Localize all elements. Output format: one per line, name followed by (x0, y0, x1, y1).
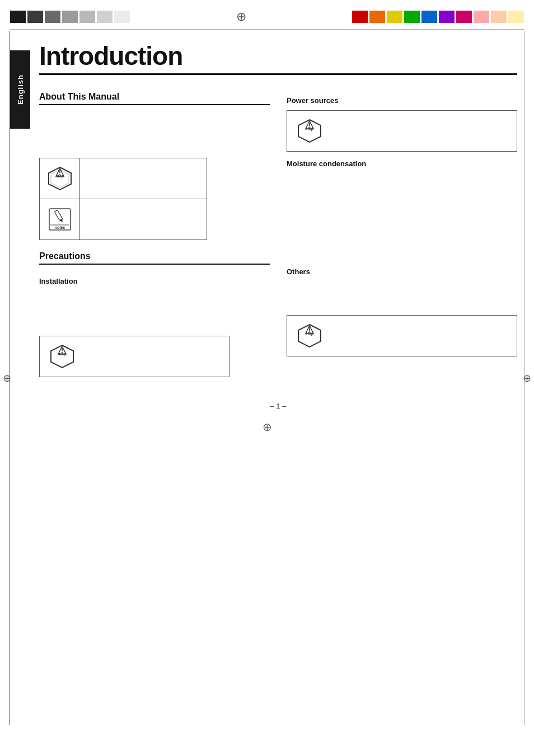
others-warning-box: stop (287, 315, 517, 356)
stop-icon: stop (46, 165, 73, 192)
swatch-near-white (114, 11, 130, 23)
power-sources-heading: Power sources (287, 96, 517, 105)
moisture-heading: Moisture condensation (287, 159, 517, 168)
language-label: English (16, 74, 25, 105)
top-crosshair: ⊕ (235, 10, 248, 24)
power-stop-icon: stop (296, 118, 323, 144)
swatch-peach (491, 11, 507, 23)
intro-rule (39, 73, 517, 75)
stop-icon-description (80, 158, 207, 199)
column-left: About This Manual stop (39, 92, 270, 385)
swatch-light-red (474, 11, 489, 23)
two-column-layout: About This Manual stop (39, 92, 517, 385)
swatch-pink (456, 11, 472, 23)
installation-warning-box: stop (39, 336, 229, 377)
notes-icon-description (80, 199, 207, 240)
swatch-blue (421, 11, 437, 23)
bottom-crosshair: ⊕ (263, 420, 272, 434)
others-stop-icon: stop (296, 322, 323, 349)
page-number: – 1 – (39, 402, 517, 410)
swatch-mid-gray (45, 11, 60, 23)
stop-icon-cell: stop (40, 158, 80, 199)
others-content (287, 281, 517, 315)
bottom-bar: ⊕ (0, 416, 534, 438)
mid-crosshair-right: ⊕ (523, 372, 531, 384)
color-strip-left (10, 11, 130, 23)
main-content: Introduction About This Manual stop (39, 30, 517, 410)
page-title: Introduction (39, 35, 517, 73)
about-manual-heading: About This Manual (39, 92, 270, 105)
swatch-green (404, 11, 420, 23)
swatch-red (352, 11, 368, 23)
swatch-gray (62, 11, 78, 23)
svg-point-20 (309, 126, 310, 128)
svg-marker-8 (59, 219, 64, 223)
svg-text:notes: notes (54, 226, 65, 229)
moisture-content (287, 173, 517, 263)
swatch-dark-gray (27, 11, 43, 23)
column-right: Power sources stop Moisture condensation… (287, 92, 517, 385)
precautions-heading: Precautions (39, 251, 270, 265)
swatch-cream (508, 11, 524, 23)
installation-content (39, 291, 270, 336)
icon-legend-table: stop (39, 158, 207, 240)
installation-stop-icon: stop (49, 343, 76, 370)
precautions-section: Precautions Installation stop (39, 251, 270, 377)
swatch-yellow (387, 11, 402, 23)
color-strip-right (352, 11, 524, 23)
swatch-pale-gray (97, 11, 113, 23)
mid-crosshair-left: ⊕ (3, 372, 11, 384)
svg-rect-7 (54, 210, 62, 220)
swatch-purple (439, 11, 455, 23)
power-sources-warning-box: stop (287, 110, 517, 152)
language-tab: English (10, 50, 30, 129)
svg-point-15 (62, 352, 63, 353)
notes-icon: notes (47, 206, 73, 232)
installation-heading: Installation (39, 277, 270, 285)
swatch-black (10, 11, 26, 23)
icon-row-stop: stop (40, 158, 207, 199)
svg-point-25 (309, 331, 310, 332)
top-bar: ⊕ (0, 0, 534, 29)
swatch-orange (369, 11, 385, 23)
swatch-light-gray (79, 11, 95, 23)
notes-icon-cell: notes (40, 199, 80, 240)
icon-row-notes: notes (40, 199, 207, 240)
svg-point-5 (59, 174, 60, 175)
others-heading: Others (287, 267, 517, 276)
about-manual-content (39, 113, 270, 158)
